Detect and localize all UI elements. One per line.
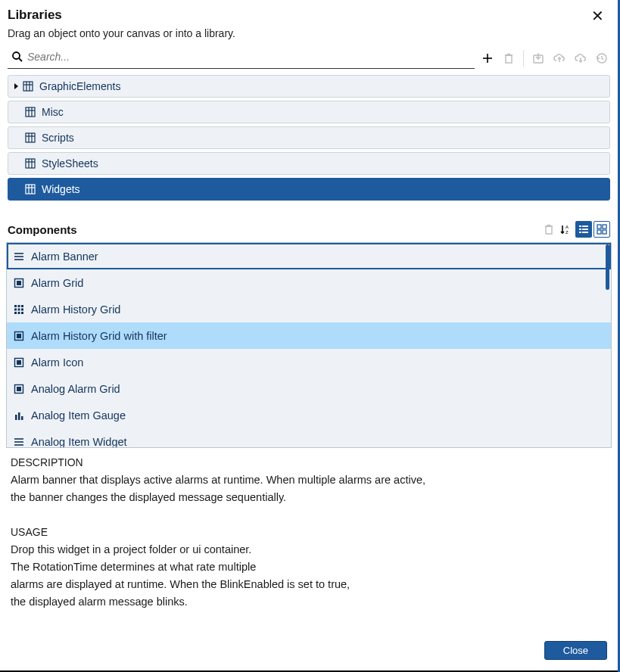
svg-rect-63: [17, 334, 21, 338]
svg-rect-39: [582, 226, 588, 227]
svg-rect-45: [603, 225, 606, 229]
components-heading: Components: [8, 223, 541, 236]
component-icon: [13, 383, 25, 395]
svg-rect-60: [18, 312, 20, 314]
search-icon: [9, 48, 26, 65]
close-button[interactable]: Close: [544, 641, 607, 660]
svg-rect-43: [582, 232, 588, 233]
svg-rect-42: [579, 232, 581, 233]
svg-text:Z: Z: [565, 230, 569, 235]
library-item[interactable]: Misc: [8, 101, 610, 123]
component-item[interactable]: Analog Item Widget: [7, 428, 611, 447]
svg-rect-12: [23, 82, 33, 91]
svg-rect-47: [603, 230, 606, 234]
library-icon: [25, 158, 36, 169]
library-label: StyleSheets: [42, 157, 98, 170]
svg-rect-59: [14, 312, 17, 314]
svg-rect-68: [15, 415, 17, 420]
library-item[interactable]: GraphicElements: [8, 75, 610, 98]
svg-rect-24: [26, 159, 35, 168]
library-label: Misc: [42, 106, 64, 118]
svg-rect-70: [21, 416, 23, 420]
svg-rect-32: [546, 226, 552, 234]
library-icon: [25, 132, 36, 143]
svg-rect-16: [26, 107, 35, 117]
description-text: Alarm banner that displays active alarms…: [11, 473, 607, 487]
library-icon: [25, 107, 36, 117]
component-label: Alarm History Grid: [31, 303, 120, 316]
page-subtitle: Drag an object onto your canvas or into …: [8, 27, 607, 39]
svg-rect-53: [14, 305, 17, 307]
svg-rect-41: [582, 229, 588, 230]
component-icon: [13, 330, 25, 342]
library-label: Scripts: [42, 132, 74, 144]
library-label: GraphicElements: [39, 80, 120, 92]
library-item[interactable]: Scripts: [8, 126, 610, 149]
component-item[interactable]: Analog Item Gauge: [7, 402, 611, 428]
component-label: Alarm Banner: [31, 250, 98, 263]
sort-icon[interactable]: AZ: [557, 221, 574, 238]
close-icon[interactable]: ✕: [587, 6, 607, 26]
usage-text: the displayed alarm message blinks.: [11, 595, 607, 609]
svg-line-1: [19, 58, 22, 61]
list-view-button[interactable]: [575, 221, 592, 238]
component-label: Analog Item Widget: [31, 436, 127, 448]
add-icon[interactable]: [479, 50, 496, 67]
component-label: Alarm History Grid with filter: [31, 330, 167, 342]
component-label: Alarm Grid: [31, 277, 83, 289]
grid-view-button[interactable]: [594, 221, 610, 238]
usage-heading: USAGE: [11, 525, 607, 540]
library-item[interactable]: StyleSheets: [8, 152, 610, 175]
component-item[interactable]: Analog Alarm Grid: [7, 375, 611, 402]
description-heading: DESCRIPTION: [11, 456, 607, 470]
svg-rect-56: [14, 308, 17, 310]
component-item[interactable]: Alarm History Grid with filter: [7, 322, 611, 349]
search-input-wrap[interactable]: [8, 47, 475, 69]
svg-rect-28: [26, 185, 35, 194]
component-label: Analog Item Gauge: [31, 409, 126, 422]
svg-rect-58: [21, 308, 23, 310]
component-item[interactable]: Alarm Grid: [7, 269, 611, 296]
trash-icon: [500, 50, 517, 67]
trash-icon: [541, 221, 557, 238]
component-icon: [13, 303, 25, 316]
svg-rect-52: [17, 281, 21, 285]
svg-rect-46: [597, 230, 601, 234]
search-input[interactable]: [26, 50, 475, 64]
component-icon: [13, 356, 25, 369]
library-label: Widgets: [42, 183, 80, 195]
component-icon: [13, 436, 25, 448]
svg-rect-55: [21, 305, 23, 307]
svg-rect-54: [18, 305, 20, 307]
import-icon: [530, 50, 547, 67]
svg-rect-40: [579, 229, 581, 230]
svg-text:A: A: [565, 225, 569, 229]
svg-rect-67: [17, 387, 21, 391]
library-icon: [23, 81, 33, 92]
cloud-up-icon: [551, 50, 568, 67]
svg-rect-38: [579, 226, 581, 227]
usage-text: Drop this widget in a project folder or …: [11, 543, 607, 557]
history-icon: [594, 50, 610, 67]
usage-text: The RotationTime determines at what rate…: [11, 560, 607, 574]
usage-text: alarms are displayed at runtime. When th…: [11, 577, 607, 592]
component-item[interactable]: Alarm Icon: [7, 349, 611, 375]
library-item[interactable]: Widgets: [8, 178, 610, 201]
svg-rect-61: [21, 312, 23, 314]
svg-rect-44: [597, 225, 601, 229]
component-icon: [13, 409, 25, 422]
svg-point-0: [13, 52, 20, 59]
scrollbar-thumb[interactable]: [606, 244, 609, 290]
component-item[interactable]: Alarm History Grid: [7, 296, 611, 322]
svg-rect-20: [26, 133, 35, 142]
library-icon: [25, 184, 36, 194]
component-item[interactable]: Alarm Banner: [7, 243, 611, 269]
svg-rect-4: [506, 55, 512, 63]
svg-rect-65: [17, 360, 21, 365]
component-label: Analog Alarm Grid: [31, 383, 120, 395]
page-title: Libraries: [8, 8, 607, 23]
svg-rect-69: [18, 412, 20, 420]
svg-rect-57: [18, 308, 20, 310]
toolbar-divider: [523, 50, 524, 67]
component-icon: [13, 250, 25, 263]
